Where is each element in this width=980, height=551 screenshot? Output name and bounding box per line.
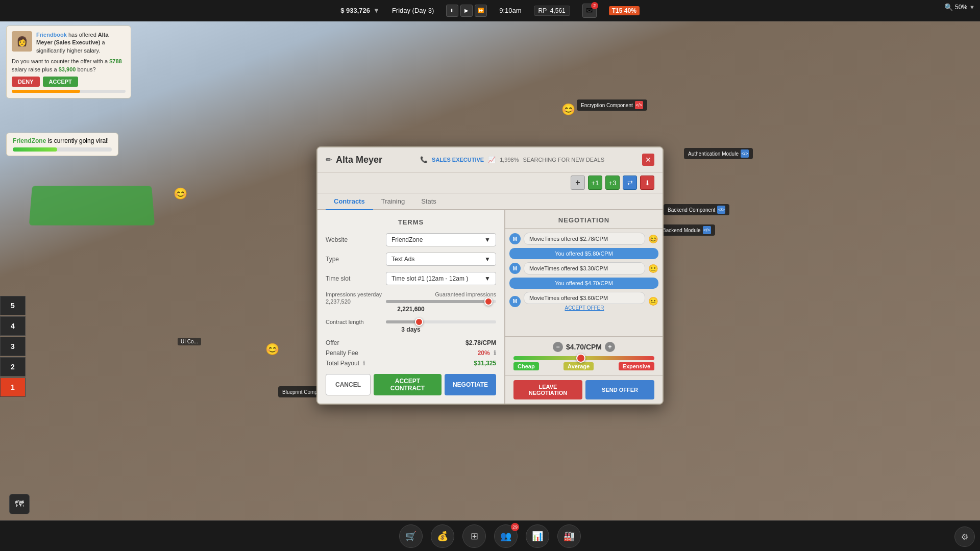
total-label: Total Payout ℹ [326,360,365,367]
neg-bubble-you-2: You offered $4.70/CPM [509,278,658,289]
negotiation-title: NEGOTIATION [505,210,663,229]
impressions-slider-row: 2,237,520 [326,298,496,305]
impressions-value: 2,237,520 [326,298,382,305]
dialog-title: ✏ Alta Meyer [326,155,382,165]
type-row: Type Text Ads ▼ [326,253,496,266]
offer-row: Offer $2.78/CPM [326,339,496,346]
send-offer-button[interactable]: SEND OFFER [585,380,654,399]
slider-labels: Impressions yesterday Guaranteed impress… [326,291,496,297]
impressions-slider-track[interactable] [386,300,496,303]
neg-msg-4: You offered $4.70/CPM [509,278,658,289]
timeslot-select[interactable]: Time slot #1 (12am - 12am ) ▼ [386,272,496,285]
dialog-tabs: Contracts Training Stats [317,193,663,210]
edit-icon: ✏ [326,156,332,164]
rating-icon: 📈 [488,156,496,163]
timeslot-dropdown-arrow: ▼ [484,275,491,282]
cpm-labels: Cheap Average Expensive [513,362,654,370]
type-select[interactable]: Text Ads ▼ [386,253,496,266]
employee-dialog: ✏ Alta Meyer 📞 SALES EXECUTIVE 📈 1,998% … [316,146,664,405]
action-btn-fire[interactable]: ⬇ [640,176,654,190]
close-dialog-button[interactable]: ✕ [642,154,654,166]
dialog-header: ✏ Alta Meyer 📞 SALES EXECUTIVE 📈 1,998% … [317,147,663,172]
tab-training[interactable]: Training [373,193,413,210]
timeslot-label: Time slot [326,275,382,282]
negotiate-button[interactable]: NEGOTIATE [445,374,496,395]
cpm-display: − $4.70/CPM + [513,342,654,352]
guaranteed-impressions-label: Guaranteed impressions [435,291,496,297]
label-average: Average [564,362,594,370]
negotiation-buttons: LEAVE NEGOTIATION SEND OFFER [505,375,663,404]
contract-length-row: Contract length [326,319,496,325]
contract-length-fill [386,320,419,323]
timeslot-row: Time slot Time slot #1 (12am - 12am ) ▼ [326,272,496,285]
impressions-slider-thumb[interactable] [484,297,493,306]
movietimes-logo-3: M [509,296,521,307]
movietimes-logo-1: M [509,233,521,244]
neg-bubble-other-2: MovieTimes offered $3.30/CPM [524,262,645,274]
terms-info: Offer $2.78/CPM Penalty Fee 20% ℹ Total … [326,339,496,367]
neg-msg-3: M MovieTimes offered $3.30/CPM 😐 [509,262,658,274]
impressions-yesterday-label: Impressions yesterday [326,291,382,297]
negotiation-messages: M MovieTimes offered $2.78/CPM 😊 You off… [505,229,663,336]
neg-bubble-you-1: You offered $5.80/CPM [509,248,658,259]
contract-length-track[interactable] [386,320,496,323]
terms-panel: TERMS Website FriendZone ▼ Type Text Ads… [317,210,504,404]
website-row: Website FriendZone ▼ [326,233,496,246]
penalty-value: 20% ℹ [478,349,496,357]
neg-bubble-other-3: MovieTimes offered $3.60/CPM [524,292,645,304]
dialog-actions-row: + +1 +3 ⇄ ⬇ [317,172,663,193]
type-label: Type [326,256,382,263]
neg-msg-5: M MovieTimes offered $3.60/CPM ACCEPT OF… [509,292,658,311]
cpm-slider-track[interactable] [513,356,654,360]
type-dropdown-arrow: ▼ [484,256,491,263]
label-expensive: Expensive [619,362,654,370]
neg-bubble-other-1: MovieTimes offered $2.78/CPM [524,233,645,245]
penalty-label: Penalty Fee [326,349,358,357]
contract-length-section: Contract length 3 days [326,319,496,333]
website-dropdown-arrow: ▼ [484,236,491,243]
total-info-icon[interactable]: ℹ [363,360,365,367]
guaranteed-value: 2,221,600 [326,306,496,313]
cancel-button[interactable]: CANCEL [326,374,371,395]
action-btn-plus1[interactable]: +1 [588,176,602,190]
dialog-overlay: ✏ Alta Meyer 📞 SALES EXECUTIVE 📈 1,998% … [0,0,980,551]
total-row: Total Payout ℹ $31,325 [326,360,496,367]
action-btn-plus3[interactable]: +3 [605,176,620,190]
impressions-section: Impressions yesterday Guaranteed impress… [326,291,496,313]
offer-label: Offer [326,339,339,346]
neg-emoji-2: 😐 [648,264,658,273]
phone-icon: 📞 [420,156,428,163]
penalty-row: Penalty Fee 20% ℹ [326,349,496,357]
leave-negotiation-button[interactable]: LEAVE NEGOTIATION [513,380,582,399]
add-action-button[interactable]: + [571,176,585,190]
website-select[interactable]: FriendZone ▼ [386,233,496,246]
terms-buttons: CANCEL ACCEPT CONTRACT NEGOTIATE [326,374,496,395]
contract-length-label: Contract length [326,319,382,325]
label-cheap: Cheap [513,362,539,370]
neg-msg-1: M MovieTimes offered $2.78/CPM 😊 [509,233,658,245]
accept-offer-link[interactable]: ACCEPT OFFER [524,305,645,311]
dialog-body: TERMS Website FriendZone ▼ Type Text Ads… [317,210,663,404]
neg-bubble-container-3: MovieTimes offered $3.60/CPM ACCEPT OFFE… [524,292,645,311]
terms-title: TERMS [326,218,496,226]
contract-length-value: 3 days [326,326,496,333]
cpm-slider-thumb[interactable] [576,354,585,363]
tab-contracts[interactable]: Contracts [326,193,373,210]
neg-emoji-1: 😊 [648,234,658,244]
action-btn-swap[interactable]: ⇄ [623,176,637,190]
cpm-section: − $4.70/CPM + Cheap Average Expensive [505,336,663,375]
total-value: $31,325 [474,360,496,367]
offer-value: $2.78/CPM [465,339,496,346]
accept-contract-button[interactable]: ACCEPT CONTRACT [374,374,442,395]
neg-emoji-3: 😐 [648,296,658,306]
impressions-slider-fill [386,300,485,303]
negotiation-panel: NEGOTIATION M MovieTimes offered $2.78/C… [504,210,663,404]
contract-length-thumb[interactable] [415,318,423,326]
tab-stats[interactable]: Stats [413,193,445,210]
website-label: Website [326,236,382,243]
penalty-info-icon[interactable]: ℹ [494,349,496,357]
employee-info: 📞 SALES EXECUTIVE 📈 1,998% SEARCHING FOR… [420,156,604,163]
cpm-minus-button[interactable]: − [553,342,563,352]
movietimes-logo-2: M [509,263,521,274]
cpm-plus-button[interactable]: + [605,342,615,352]
